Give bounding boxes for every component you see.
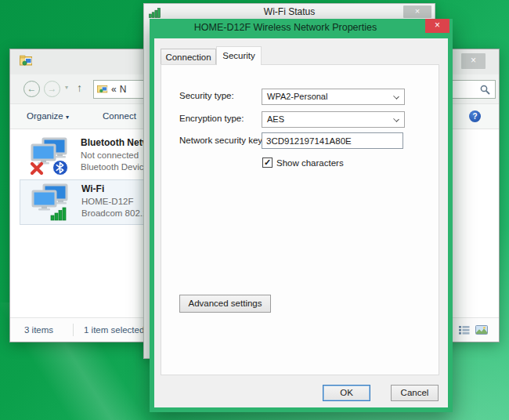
thumbnail-view-icon[interactable] bbox=[475, 325, 488, 336]
help-icon[interactable]: ? bbox=[469, 110, 481, 122]
dialog-content: Connection Security Security type: WPA2-… bbox=[154, 38, 448, 407]
wifi-adapter-icon bbox=[30, 183, 70, 226]
address-crumb[interactable]: N bbox=[120, 84, 127, 95]
connect-button[interactable]: Connect bbox=[103, 111, 136, 121]
network-key-input[interactable] bbox=[262, 132, 403, 149]
desktop: × ← → ▾ ↑ « N bbox=[0, 0, 509, 420]
cancel-button[interactable]: Cancel bbox=[391, 385, 439, 401]
organize-caret-icon: ▾ bbox=[66, 114, 69, 121]
organize-menu-button[interactable]: Organize ▾ bbox=[27, 111, 69, 121]
security-type-label: Security type: bbox=[179, 91, 234, 100]
security-type-dropdown[interactable]: WPA2-Personal bbox=[262, 89, 405, 105]
forward-button[interactable]: → bbox=[44, 81, 60, 97]
security-tab-page: Security type: WPA2-Personal Encryption … bbox=[161, 64, 439, 375]
connection-ssid: HOME-D12F bbox=[81, 196, 147, 208]
connection-device: Bluetooth Devic bbox=[81, 161, 150, 174]
connection-device: Broadcom 802.1 bbox=[81, 208, 147, 220]
advanced-settings-button[interactable]: Advanced settings bbox=[179, 295, 271, 313]
encryption-type-dropdown[interactable]: AES bbox=[262, 111, 405, 128]
bluetooth-adapter-icon bbox=[29, 137, 70, 179]
up-button[interactable]: ↑ bbox=[77, 81, 82, 94]
ok-button[interactable]: OK bbox=[323, 385, 370, 401]
chevron-down-icon bbox=[393, 93, 399, 100]
address-folder-icon bbox=[97, 84, 108, 96]
connection-name: Wi-Fi bbox=[81, 183, 147, 196]
statusbar-divider bbox=[73, 324, 74, 336]
chevron-down-icon bbox=[393, 116, 399, 122]
show-characters-checkbox[interactable]: ✓ bbox=[262, 158, 273, 168]
search-icon bbox=[480, 85, 490, 95]
address-chevrons[interactable]: « bbox=[111, 84, 117, 95]
back-button[interactable]: ← bbox=[23, 81, 40, 97]
dialog-titlebar[interactable]: HOME-D12F Wireless Network Properties × bbox=[150, 19, 453, 38]
connection-status: Not connected bbox=[81, 150, 150, 162]
wireless-properties-dialog: HOME-D12F Wireless Network Properties × … bbox=[150, 19, 453, 412]
list-item-bluetooth[interactable]: Bluetooth Netw Not connected Bluetooth D… bbox=[20, 134, 154, 179]
encryption-type-label: Encryption type: bbox=[179, 114, 244, 123]
explorer-close-button[interactable]: × bbox=[461, 53, 486, 69]
recent-pages-caret-icon[interactable]: ▾ bbox=[65, 84, 68, 91]
list-item-wifi[interactable]: Wi-Fi HOME-D12F Broadcom 802.1 bbox=[20, 179, 154, 225]
selection-count-label: 1 item selected bbox=[84, 325, 144, 335]
network-key-label: Network security key bbox=[179, 136, 262, 145]
wifi-status-title: Wi-Fi Status bbox=[144, 6, 435, 17]
search-input[interactable] bbox=[447, 80, 496, 99]
tab-security[interactable]: Security bbox=[216, 46, 262, 65]
dialog-close-button[interactable]: × bbox=[425, 19, 449, 33]
connection-name: Bluetooth Netw bbox=[81, 137, 150, 150]
details-view-icon[interactable] bbox=[459, 325, 470, 336]
network-folder-icon bbox=[20, 55, 33, 69]
show-characters-label: Show characters bbox=[276, 158, 344, 168]
wifi-status-close-button[interactable]: × bbox=[403, 5, 431, 18]
items-count-label: 3 items bbox=[24, 325, 53, 335]
dialog-title: HOME-D12F Wireless Network Properties bbox=[150, 22, 421, 33]
tab-connection[interactable]: Connection bbox=[161, 49, 216, 65]
